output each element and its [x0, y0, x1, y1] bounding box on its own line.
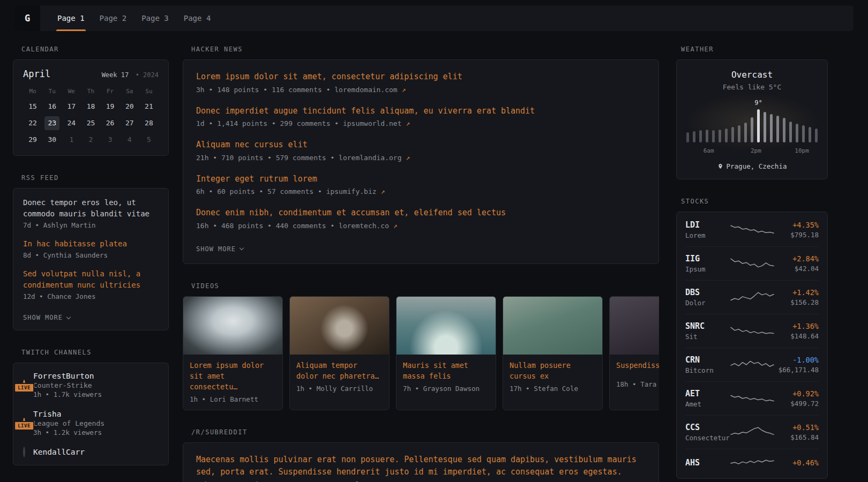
calendar-day-next-month: 5	[141, 133, 156, 147]
hn-item-meta: 3h • 148 points • 116 comments • loremdo…	[196, 86, 646, 94]
reddit-post-link[interactable]: Maecenas mollis pulvinar erat non posuer…	[196, 455, 637, 477]
video-thumbnail[interactable]	[290, 297, 389, 355]
show-more-label: SHOW MORE	[23, 314, 63, 321]
video-thumbnail[interactable]	[503, 297, 602, 355]
weather-time-label: 2pm	[751, 147, 761, 154]
video-thumbnail[interactable]	[183, 297, 282, 355]
video-card[interactable]: Aliquam tempor dolor nec pharetra… 1h • …	[289, 296, 390, 411]
video-title[interactable]: Nullam posuere cursus ex	[503, 355, 602, 383]
twitch-channel-row[interactable]: KendallCarr	[23, 448, 159, 456]
calendar-day-header: Su	[141, 88, 156, 95]
calendar-day: 24	[64, 116, 79, 130]
stock-company: Ipsum	[685, 265, 730, 273]
twitch-channel-row[interactable]: LIVE Trisha League of Legends 3h • 1.2k …	[23, 410, 159, 436]
page-tabs: Page 1 Page 2 Page 3 Page 4	[50, 5, 218, 31]
external-link-icon[interactable]: ↗	[406, 154, 410, 162]
hn-item: Donec imperdiet augue tincidunt felis al…	[196, 105, 646, 128]
hn-item-link[interactable]: Aliquam nec cursus elit	[196, 140, 308, 149]
stock-row[interactable]: LDI Lorem +4.35% $795.18	[685, 213, 819, 246]
channel-name[interactable]: Trisha	[33, 410, 104, 418]
rss-item-link[interactable]: Donec tempor eros leo, ut commodo mauris…	[23, 198, 149, 218]
calendar-month: April	[23, 69, 50, 79]
stock-row[interactable]: CCS Consectetur +0.51% $165.84	[685, 415, 819, 449]
hn-item-link[interactable]: Lorem ipsum dolor sit amet, consectetur …	[196, 72, 462, 81]
channel-game: Counter-Strike	[33, 381, 102, 389]
calendar-day: 18	[83, 100, 98, 114]
video-title[interactable]: Aliquam tempor dolor nec pharetra…	[290, 355, 389, 383]
calendar-day: 30	[44, 133, 59, 147]
stock-price: $148.64	[775, 332, 819, 340]
stock-sparkline	[730, 324, 775, 338]
weather-bar	[751, 117, 753, 142]
tab-page-4[interactable]: Page 4	[176, 5, 219, 31]
rss-item-link[interactable]: In hac habitasse platea	[23, 239, 127, 248]
channel-avatar[interactable]	[23, 447, 25, 457]
weather-bar	[764, 112, 766, 142]
rss-item-link[interactable]: Sed volutpat nulla nisl, a condimentum n…	[23, 269, 140, 289]
calendar-card: April Week 17 • 2024 Mo Tu We Th Fr Sa S…	[13, 59, 169, 156]
stock-sparkline	[730, 391, 775, 405]
twitch-widget: TWITCH CHANNELS LIVE ForrestBurton Count…	[13, 349, 169, 465]
section-title-subreddit: /R/SUBREDDIT	[191, 428, 659, 436]
tab-page-1[interactable]: Page 1	[50, 5, 92, 31]
calendar-day: 27	[122, 116, 137, 130]
calendar-day: 25	[83, 116, 98, 130]
stock-price: $165.84	[775, 433, 819, 441]
stock-ticker: AET	[685, 389, 730, 398]
calendar-day-header: We	[64, 88, 79, 95]
stock-row[interactable]: CRN Bitcorn -1.00% $66,171.48	[685, 348, 819, 381]
stock-sparkline	[730, 290, 775, 304]
video-card[interactable]: Nullam posuere cursus ex 17h • Stefan Co…	[503, 296, 603, 411]
external-link-icon[interactable]: ↗	[402, 86, 406, 94]
tab-page-3[interactable]: Page 3	[134, 5, 176, 31]
video-meta: 7h • Grayson Dawson	[396, 382, 496, 399]
video-title[interactable]: Lorem ipsum dolor sit amet consectetu…	[183, 355, 282, 394]
channel-name[interactable]: KendallCarr	[33, 448, 85, 456]
stock-ticker: AHS	[685, 458, 730, 468]
stock-price: $795.18	[775, 231, 819, 239]
weather-bar	[731, 127, 734, 142]
calendar-day: 16	[44, 100, 59, 114]
external-link-icon[interactable]: ↗	[380, 187, 385, 195]
weather-bar	[706, 130, 708, 142]
calendar-day: 22	[25, 116, 40, 130]
hn-item-link[interactable]: Donec enim nibh, condimentum et accumsan…	[196, 208, 506, 217]
calendar-day-header: Th	[83, 88, 98, 95]
video-thumbnail[interactable]	[396, 297, 496, 355]
stock-row[interactable]: IIG Ipsum +2.84% $42.04	[685, 246, 819, 280]
twitch-channel-row[interactable]: LIVE ForrestBurton Counter-Strike 1h • 1…	[23, 372, 159, 398]
stock-row[interactable]: DBS Dolor +1.42% $156.28	[685, 280, 819, 314]
calendar-day: 21	[141, 100, 156, 114]
stock-row[interactable]: SNRC Sit +1.36% $148.64	[685, 314, 819, 348]
calendar-day-next-month: 1	[64, 133, 79, 147]
stock-ticker: LDI	[685, 220, 730, 230]
hn-item-link[interactable]: Donec imperdiet augue tincidunt felis al…	[196, 106, 535, 116]
weather-bar	[809, 127, 811, 142]
hn-item-meta: 16h • 468 points • 440 comments • loremt…	[196, 222, 646, 230]
stock-sparkline	[730, 425, 775, 439]
hn-meta-text: 6h • 60 points • 57 comments • ipsumify.…	[196, 187, 377, 195]
tab-page-2[interactable]: Page 2	[92, 5, 134, 31]
stock-company: Lorem	[685, 231, 730, 239]
show-more-button[interactable]: SHOW MORE	[196, 245, 243, 253]
external-link-icon[interactable]: ↗	[406, 119, 410, 127]
section-title-stocks: STOCKS	[681, 198, 828, 205]
stock-row[interactable]: AET Amet +0.92% $499.72	[685, 381, 819, 415]
video-title[interactable]: Suspendisse diam	[610, 355, 659, 378]
calendar-day-header: Tu	[44, 88, 59, 95]
video-thumbnail[interactable]	[610, 297, 659, 355]
external-link-icon[interactable]: ↗	[393, 222, 398, 230]
channel-name[interactable]: ForrestBurton	[33, 372, 102, 380]
app-logo[interactable]: G	[14, 5, 40, 31]
video-card[interactable]: Lorem ipsum dolor sit amet consectetu… 1…	[183, 296, 283, 411]
video-title[interactable]: Mauris sit amet massa felis	[396, 355, 496, 383]
show-more-label: SHOW MORE	[196, 245, 236, 253]
hn-item: Integer eget rutrum lorem 6h • 60 points…	[196, 173, 646, 196]
video-card[interactable]: Mauris sit amet massa felis 7h • Grayson…	[396, 296, 496, 411]
hn-item-link[interactable]: Integer eget rutrum lorem	[196, 174, 317, 184]
calendar-day: 29	[25, 133, 40, 147]
show-more-button[interactable]: SHOW MORE	[23, 314, 70, 321]
stock-row[interactable]: AHS +0.46%	[685, 449, 819, 477]
video-card[interactable]: Suspendisse diam 18h • Tara	[609, 296, 659, 411]
stocks-card: LDI Lorem +4.35% $795.18 IIG Ipsum	[676, 212, 828, 479]
